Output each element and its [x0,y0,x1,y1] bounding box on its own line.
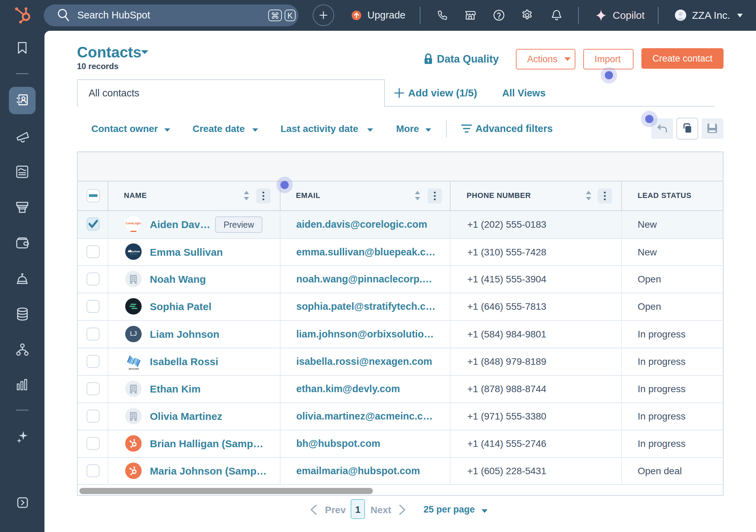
svg-text:NEXAGEN: NEXAGEN [129,368,139,370]
svg-text:ADVISORS: ADVISORS [130,253,137,255]
svg-text:BluePeak: BluePeak [130,250,140,253]
